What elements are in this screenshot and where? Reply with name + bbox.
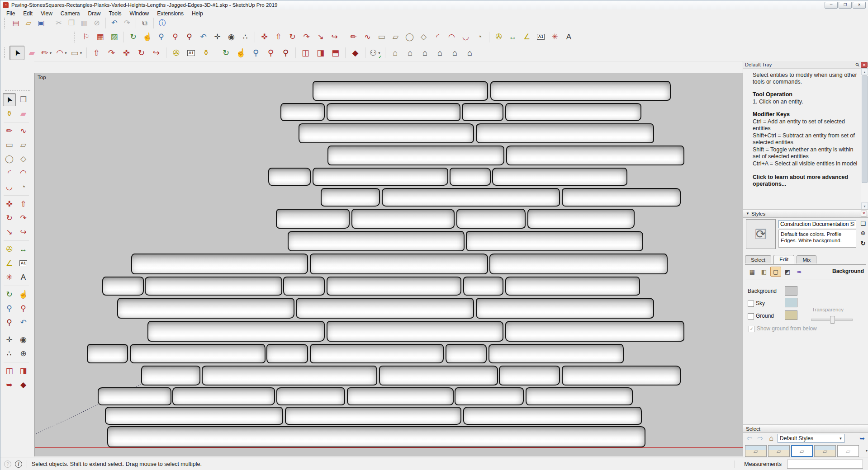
styles-close-button[interactable]: ✕ [861, 211, 867, 216]
paving-plank[interactable] [455, 387, 524, 405]
paving-plank[interactable] [276, 387, 345, 405]
eraser-tool[interactable]: ▰ [17, 107, 30, 120]
follow-me-tool[interactable]: ↷ [17, 212, 30, 225]
rotate-tool[interactable]: ↻ [3, 212, 16, 225]
paving-plank[interactable] [327, 277, 461, 296]
follow-me-tool[interactable]: ↷ [104, 46, 119, 60]
paving-plank[interactable] [296, 298, 474, 319]
paving-plank[interactable] [321, 188, 380, 207]
menu-help[interactable]: Help [188, 10, 207, 17]
previous-view-button[interactable]: ↶ [17, 316, 30, 329]
instructor-scrollbar[interactable]: ▲ ▼ [861, 68, 868, 209]
erase-button[interactable]: ⊘ [90, 18, 103, 28]
style-thumbnail[interactable]: ▱ [814, 445, 836, 457]
sky-checkbox[interactable] [748, 301, 754, 307]
view-right-button[interactable]: ⌂ [432, 46, 447, 60]
paving-plank[interactable] [313, 168, 448, 186]
line-tool[interactable]: ✏ [346, 30, 360, 44]
line-tool[interactable]: ✏ [3, 124, 16, 137]
sky-color-swatch[interactable] [785, 298, 797, 307]
paving-plank[interactable] [145, 277, 282, 296]
view-back-button[interactable]: ⌂ [447, 46, 462, 60]
watermark-settings-button[interactable]: ◩ [782, 267, 793, 277]
menu-view[interactable]: View [37, 10, 57, 17]
section-display-cuts-button[interactable]: ◨ [313, 46, 328, 60]
menu-camera[interactable]: Camera [57, 10, 84, 17]
follow-me-tool[interactable]: ↷ [299, 30, 313, 44]
paving-plank[interactable] [310, 254, 488, 274]
zoom-window-tool[interactable]: ⚲ [168, 30, 182, 44]
paving-plank[interactable] [446, 344, 487, 363]
eraser-tool[interactable]: ▰ [24, 46, 39, 60]
axes-tool[interactable]: ✳ [548, 30, 562, 44]
protractor-tool[interactable]: ∠ [520, 30, 534, 44]
create-style-button[interactable]: ⊕ [859, 230, 867, 236]
modeling-settings-button[interactable]: ➠ [794, 267, 805, 277]
face-settings-button[interactable]: ◧ [759, 267, 769, 277]
paint-bucket-tool[interactable]: ⚱ [3, 107, 16, 120]
menu-draw[interactable]: Draw [84, 10, 105, 17]
scale-tool[interactable]: ↘ [3, 226, 16, 239]
tape-measure-tool[interactable]: ✇ [169, 46, 184, 60]
paving-plank[interactable] [489, 344, 624, 363]
send-to-layout-button[interactable]: ➥ [3, 378, 16, 391]
turn-around-tool[interactable]: ⊕ [17, 347, 30, 360]
palette-drag-handle[interactable] [5, 90, 30, 91]
paving-plank[interactable] [489, 254, 668, 274]
toolbar-drag-handle[interactable] [4, 18, 7, 28]
style-thumbnail[interactable]: ▱ [745, 445, 767, 457]
restore-button[interactable]: ❐ [839, 2, 852, 9]
minimize-button[interactable]: ─ [825, 2, 838, 9]
pan-tool[interactable]: ☝ [17, 288, 30, 301]
paste-button[interactable]: ▥ [78, 18, 90, 28]
dimension-tool[interactable]: ↔ [17, 243, 30, 256]
style-thumbnail[interactable]: ▱ [791, 445, 813, 457]
paving-plank[interactable] [382, 188, 560, 207]
model-info-button[interactable]: ⓘ [156, 18, 169, 28]
update-style-button[interactable]: ↻ [859, 240, 867, 247]
paving-plank[interactable] [280, 103, 325, 121]
paving-plank[interactable] [562, 366, 681, 385]
two-point-arc-tool[interactable]: ◠ [17, 166, 30, 179]
paving-plank[interactable] [351, 209, 455, 229]
move-tool[interactable]: ✜ [257, 30, 271, 44]
line-tool[interactable]: ✏▼ [39, 46, 54, 60]
arc-tool[interactable]: ◜ [3, 166, 16, 179]
paving-plank[interactable] [492, 168, 627, 186]
paving-plank[interactable] [476, 298, 654, 319]
background-color-swatch[interactable] [785, 286, 797, 296]
menu-extensions[interactable]: Extensions [153, 10, 188, 17]
active-style-thumbnail[interactable]: ❒ ⟳ [746, 219, 776, 249]
pin-icon[interactable]: ⚲ [853, 60, 862, 69]
shape-tool-dropdown-arrow[interactable]: ▼ [80, 52, 83, 55]
paving-plank[interactable] [130, 344, 266, 363]
paving-plank[interactable] [172, 387, 275, 405]
toolbar-drag-handle[interactable] [4, 47, 7, 58]
push-pull-tool[interactable]: ⇧ [271, 30, 285, 44]
styles-panel-header[interactable]: ▼ Styles ✕ [743, 209, 868, 218]
text-tool[interactable]: A1 [17, 257, 30, 270]
edge-settings-button[interactable]: ▦ [747, 267, 758, 277]
view-front-button[interactable]: ⌂ [417, 46, 432, 60]
ground-color-swatch[interactable] [785, 310, 797, 320]
paving-plank[interactable] [462, 103, 503, 121]
section-plane-tool[interactable]: ◫ [3, 364, 16, 377]
position-camera-tool[interactable]: ✛ [3, 333, 16, 346]
pie-tool[interactable]: ◔ [17, 180, 30, 193]
paving-plank[interactable] [505, 321, 684, 342]
paving-plank[interactable] [87, 344, 128, 363]
freehand-tool[interactable]: ∿ [17, 124, 30, 137]
paving-plank[interactable] [147, 321, 325, 342]
circle-tool[interactable]: ◯ [3, 152, 16, 165]
toolbar-drag-handle[interactable] [74, 32, 76, 42]
tape-measure-tool[interactable]: ✇ [3, 243, 16, 256]
move-tool[interactable]: ✜ [3, 197, 16, 211]
chevron-down-icon[interactable]: ▼ [837, 437, 844, 441]
walk-tool[interactable]: ∴ [238, 30, 252, 44]
paving-plank[interactable] [327, 321, 503, 342]
drawing-canvas[interactable]: Top [34, 73, 743, 456]
axes-tool[interactable]: ✳ [3, 271, 16, 284]
ground-checkbox[interactable] [748, 313, 754, 320]
pan-tool[interactable]: ☝ [233, 46, 248, 60]
look-around-tool[interactable]: ◉ [224, 30, 238, 44]
